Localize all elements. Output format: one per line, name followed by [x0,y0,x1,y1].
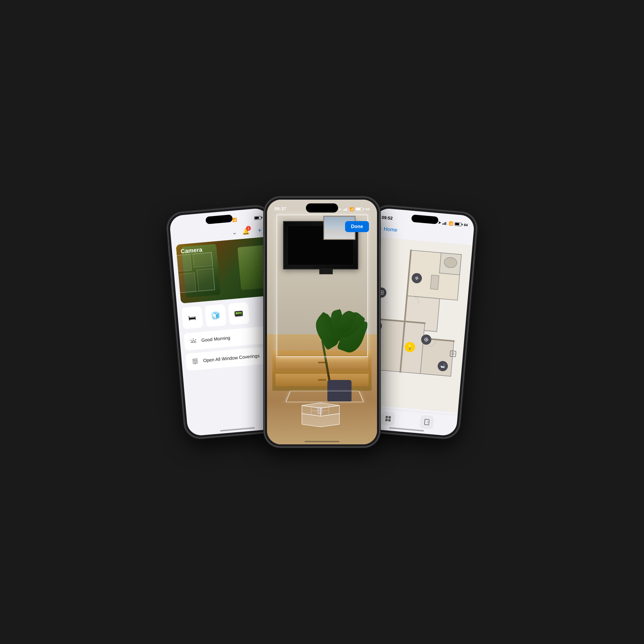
svg-rect-46 [388,416,391,419]
done-button[interactable]: Done [345,221,369,232]
center-phone-screen: 09:37 ➤ 📶 [267,200,377,444]
svg-point-39 [425,338,428,341]
grid-view-button[interactable] [381,411,395,426]
camera-card[interactable]: Camera [176,237,271,303]
ar-plant-leaves [313,313,366,383]
signal-bar-r4 [446,224,447,225]
blinds-icon [191,357,200,366]
ar-status-bar: 09:37 ➤ 📶 [267,200,377,215]
add-button[interactable]: + [254,225,265,236]
ar-plant [313,316,366,401]
wifi-icon-right: 📶 [448,221,453,226]
bedroom-tile[interactable]: 🛏 [181,306,203,329]
center-phone: 09:37 ➤ 📶 [264,197,380,447]
ar-status-time: 09:37 [275,206,286,212]
svg-rect-47 [385,419,388,421]
battery-left [254,216,262,220]
door-view-button[interactable] [419,415,434,429]
sunrise-icon [189,336,198,346]
svg-rect-1 [176,254,192,272]
svg-rect-4 [197,268,215,291]
svg-rect-22 [430,275,439,290]
battery-pct-right: 64 [464,223,468,227]
svg-rect-3 [176,273,196,293]
open-windows-scene[interactable]: Open All Window Coverings › [185,346,277,371]
signal-bar-r2 [444,223,445,225]
svg-rect-2 [193,252,213,267]
svg-rect-45 [385,416,388,418]
good-morning-label: Good Morning [201,335,230,343]
right-status-icons: ➤ 📶 64 [438,220,468,227]
svg-point-35 [416,277,418,279]
svg-line-34 [379,292,383,293]
ar-nav-icon: ➤ [339,207,342,211]
ar-signal-bars [343,207,348,211]
back-home-label[interactable]: Home [383,226,397,233]
svg-rect-23 [375,319,425,374]
svg-rect-5 [192,358,198,360]
svg-point-50 [427,422,428,422]
svg-rect-7 [192,361,198,362]
svg-rect-6 [192,360,198,361]
floor-plan-mini-thumbnail [176,250,218,296]
phones-container: 📶 ⌄ 🔔 1 + Camera [0,0,644,644]
notification-badge: 1 [246,226,251,231]
device-tiles-row: 🛏 🧊 📟 [181,300,274,329]
ar-battery [356,207,364,211]
kitchen-tile[interactable]: 🧊 [204,304,226,327]
ar-wifi-icon: 📶 [350,207,354,211]
right-nav-icon: ➤ [438,220,441,225]
device-icon: 📟 [234,309,244,318]
home-indicator-center [305,441,339,442]
camera-thumbnail [176,237,271,303]
svg-rect-16 [318,408,322,414]
signal-bars-right [442,221,448,225]
open-windows-label: Open All Window Coverings [203,353,260,363]
chevron-down-icon[interactable]: ⌄ [232,229,237,236]
ar-view: 09:37 ➤ 📶 [267,200,377,444]
battery-right [454,222,463,226]
right-status-time: 09:52 [382,215,393,221]
signal-bar-r3 [445,222,446,225]
signal-bar-r1 [442,223,443,225]
wifi-icon-left: 📶 [232,218,237,222]
ar-tv-stand [319,269,333,274]
other-tile[interactable]: 📟 [228,302,250,325]
back-chevron-icon[interactable]: ‹ [379,225,382,232]
svg-point-40 [426,339,427,340]
ar-battery-pct: 64 [366,207,369,211]
notification-button[interactable]: 🔔 1 [240,226,251,237]
svg-rect-49 [424,419,429,425]
ar-3d-model [297,397,345,430]
svg-line-51 [424,419,425,425]
fridge-icon: 🧊 [210,311,221,320]
bed-icon: 🛏 [188,313,196,322]
svg-rect-48 [388,419,391,422]
